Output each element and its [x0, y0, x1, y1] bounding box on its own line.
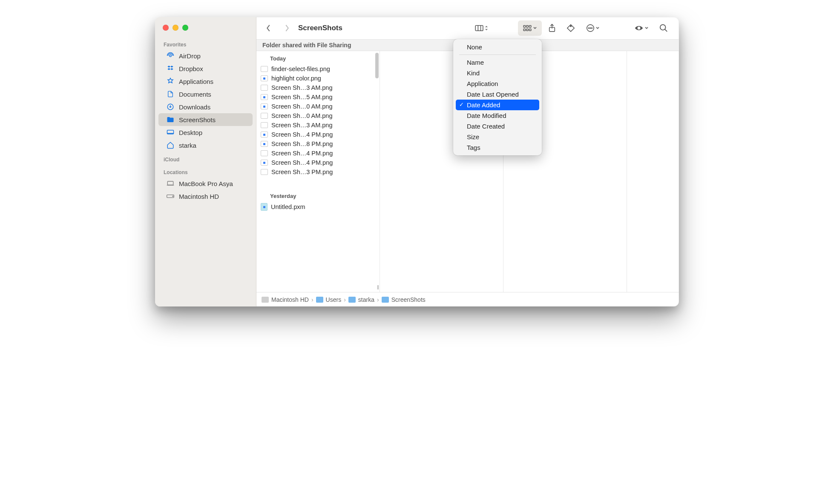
close-window-button[interactable] — [163, 25, 169, 31]
file-name: Screen Sh…8 PM.png — [271, 140, 333, 147]
svg-point-0 — [170, 55, 172, 57]
sidebar-item-home[interactable]: starka — [158, 139, 253, 152]
empty-column — [627, 51, 679, 292]
back-button[interactable] — [260, 20, 277, 36]
file-row[interactable]: Untitled.pxm — [256, 202, 380, 212]
tag-icon — [567, 24, 575, 32]
file-row[interactable]: Screen Sh…4 PM.png — [256, 130, 380, 139]
sidebar-item-screenshots[interactable]: ScreenShots — [158, 113, 253, 126]
file-row[interactable]: highlight color.png — [256, 74, 380, 83]
more-icon — [586, 24, 595, 32]
file-column[interactable]: Today finder-select-files.pnghighlight c… — [256, 51, 380, 292]
chevron-down-icon — [533, 26, 537, 30]
column-resize-handle[interactable]: ǁ — [377, 285, 380, 289]
group-by-button[interactable] — [518, 20, 542, 36]
menu-item[interactable]: Date Modified — [456, 110, 539, 121]
sidebar-item-dropbox[interactable]: Dropbox — [158, 62, 253, 75]
file-thumbnail-icon — [261, 75, 268, 81]
view-mode-button[interactable] — [469, 20, 493, 36]
menu-item-none[interactable]: None — [456, 42, 539, 52]
file-thumbnail-icon — [261, 160, 268, 166]
file-row[interactable]: Screen Sh…0 AM.png — [256, 102, 380, 111]
svg-rect-12 — [526, 29, 528, 31]
file-thumbnail-icon — [261, 113, 268, 119]
sidebar-item-macintosh-hd[interactable]: Macintosh HD — [158, 190, 253, 203]
file-name: Screen Sh…0 AM.png — [271, 103, 332, 110]
menu-item[interactable]: Date Created — [456, 121, 539, 132]
downloads-icon — [166, 103, 175, 111]
tags-button[interactable] — [562, 20, 579, 36]
folder-icon — [348, 297, 356, 303]
file-row[interactable]: Screen Sh…8 PM.png — [256, 139, 380, 149]
file-thumbnail-icon — [261, 132, 268, 137]
svg-rect-8 — [523, 26, 525, 27]
menu-item[interactable]: Tags — [456, 142, 539, 153]
zoom-window-button[interactable] — [182, 25, 188, 31]
svg-rect-7 — [475, 26, 483, 31]
sidebar-item-airdrop[interactable]: AirDrop — [158, 49, 253, 62]
file-row[interactable]: Screen Sh…4 PM.png — [256, 158, 380, 167]
sidebar-section-locations: Locations — [155, 164, 256, 177]
path-segment[interactable]: Users — [316, 296, 342, 303]
file-row[interactable]: Screen Sh…5 AM.png — [256, 92, 380, 102]
laptop-icon — [166, 180, 175, 186]
menu-item[interactable]: Size — [456, 132, 539, 142]
sidebar-item-downloads[interactable]: Downloads — [158, 100, 253, 113]
svg-rect-4 — [167, 181, 173, 185]
forward-button[interactable] — [279, 20, 296, 36]
file-name: Screen Sh…4 PM.png — [271, 131, 333, 138]
file-row[interactable]: Screen Sh…4 PM.png — [256, 149, 380, 158]
file-thumbnail-icon — [261, 141, 268, 147]
svg-rect-3 — [167, 133, 174, 134]
file-name: Untitled.pxm — [271, 203, 305, 210]
sidebar-item-macbook[interactable]: MacBook Pro Asya — [158, 177, 253, 190]
preview-options-button[interactable] — [630, 20, 653, 36]
sidebar-item-desktop[interactable]: Desktop — [158, 126, 253, 139]
file-name: finder-select-files.png — [271, 66, 330, 72]
sidebar-item-documents[interactable]: Documents — [158, 88, 253, 100]
share-button[interactable] — [544, 20, 561, 36]
svg-point-20 — [660, 25, 666, 30]
sidebar-item-label: Macintosh HD — [179, 193, 219, 200]
applications-icon — [166, 77, 175, 85]
scrollbar-thumb[interactable] — [375, 53, 379, 78]
window-title: ScreenShots — [297, 24, 345, 32]
file-row[interactable]: Screen Sh…0 AM.png — [256, 111, 380, 120]
menu-item[interactable]: Name — [456, 57, 539, 68]
minimize-window-button[interactable] — [173, 25, 178, 31]
path-segment[interactable]: ScreenShots — [382, 296, 426, 303]
menu-item[interactable]: Date Added — [456, 100, 539, 110]
path-segment[interactable]: Macintosh HD — [262, 296, 309, 303]
sidebar-item-label: MacBook Pro Asya — [179, 180, 233, 187]
sidebar-item-label: Applications — [179, 78, 213, 85]
file-name: highlight color.png — [271, 75, 321, 82]
file-thumbnail-icon — [261, 203, 267, 211]
sidebar-item-applications[interactable]: Applications — [158, 75, 253, 88]
chevron-left-icon — [265, 24, 271, 32]
menu-item[interactable]: Date Last Opened — [456, 89, 539, 100]
file-row[interactable]: Screen Sh…3 PM.png — [256, 167, 380, 177]
menu-item[interactable]: Application — [456, 78, 539, 89]
group-header-yesterday: Yesterday — [256, 189, 380, 202]
file-row[interactable]: finder-select-files.png — [256, 64, 380, 74]
search-button[interactable] — [655, 20, 672, 36]
svg-point-17 — [588, 28, 589, 29]
toolbar: ScreenShots — [256, 17, 679, 39]
path-label: Macintosh HD — [271, 296, 309, 303]
path-label: starka — [358, 296, 374, 303]
dropbox-icon — [166, 65, 175, 72]
menu-item[interactable]: Kind — [456, 68, 539, 78]
file-row[interactable]: Screen Sh…3 AM.png — [256, 120, 380, 130]
chevron-right-icon — [284, 24, 290, 32]
sidebar-item-label: Dropbox — [179, 65, 203, 72]
group-by-menu: None NameKindApplicationDate Last Opened… — [453, 39, 542, 155]
file-thumbnail-icon — [261, 103, 268, 109]
eye-icon — [634, 25, 644, 32]
path-segment[interactable]: starka — [348, 296, 374, 303]
file-row[interactable]: Screen Sh…3 AM.png — [256, 83, 380, 92]
file-name: Screen Sh…4 PM.png — [271, 150, 333, 157]
menu-separator — [459, 54, 536, 55]
more-actions-button[interactable] — [581, 20, 605, 36]
sidebar-item-label: ScreenShots — [179, 116, 216, 123]
group-header-today: Today — [256, 51, 380, 64]
